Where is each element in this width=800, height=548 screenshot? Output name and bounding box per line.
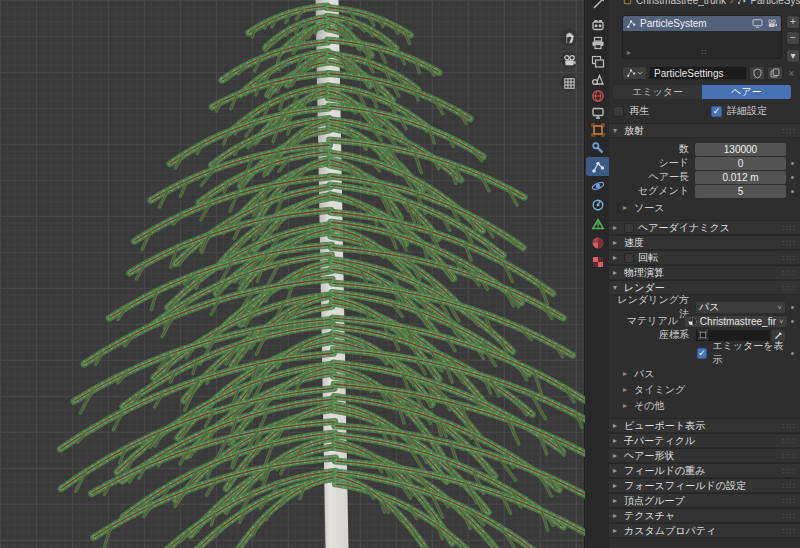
panel-drag-grip[interactable]: ∷∷ [783,481,796,491]
fake-user-shield-button[interactable] [749,66,765,80]
section-field-weights[interactable]: ▸フィールドの重み ∷∷ [609,463,800,478]
tab-particles-icon[interactable] [586,157,609,176]
particle-type-tabs: エミッター ヘアー [613,85,791,99]
section-hair-dynamics[interactable]: ▸ ヘアーダイナミクス ∷∷ [609,220,800,235]
world-icon [591,89,605,103]
material-dropdown[interactable]: Christmastree_fir ˅ [684,315,788,328]
grid-ortho-icon[interactable] [560,74,578,92]
tab-physics-icon[interactable] [586,176,609,195]
particle-system-list-item[interactable]: ParticleSystem [623,16,781,31]
seed-field[interactable]: 0 [695,157,786,170]
section-custom-properties[interactable]: ▸カスタムプロパティ ∷∷ [609,523,800,538]
particle-system-list[interactable]: ParticleSystem ▸ ∷ [622,15,782,59]
unlink-datablock-button[interactable]: × [785,66,798,80]
section-viewport-display[interactable]: ▸ビューポート表示 ∷∷ [609,418,800,433]
expand-arrow-icon: ▾ [613,126,624,135]
duplicate-datablock-button[interactable] [767,66,783,80]
panel-drag-grip[interactable]: ∷∷ [783,451,796,461]
camera-view-icon[interactable] [560,51,578,69]
tab-view-layer-icon[interactable] [586,52,609,71]
section-children[interactable]: ▸子パーティクル ∷∷ [609,433,800,448]
section-vertex-groups[interactable]: ▸頂点グループ ∷∷ [609,493,800,508]
animate-dot-icon[interactable] [791,320,794,323]
hair-length-field[interactable]: 0.012 m [695,171,786,184]
field-seed: シード 0 [609,156,798,170]
list-expand-icon[interactable]: ▸ [627,48,631,57]
chevron-down-icon: ˅ [779,317,784,326]
particles-icon [626,68,636,78]
hair-dynamics-checkbox[interactable] [624,223,634,233]
animate-dot-icon[interactable] [791,190,794,193]
monitor-icon [591,106,605,120]
chevron-down-icon [637,70,643,76]
subsection-timing[interactable]: ▸タイミング [609,383,800,396]
tab-object-icon[interactable] [586,120,609,139]
rotation-checkbox[interactable] [624,253,634,263]
render-visibility-icon[interactable] [767,19,778,28]
render-icon [591,18,605,32]
pan-hand-icon[interactable] [560,28,578,46]
modifier-wrench-icon [591,141,605,155]
number-field[interactable]: 130000 [695,143,786,156]
list-resize-grip[interactable]: ∷ [701,48,706,57]
animate-dot-icon[interactable] [791,176,794,179]
particles-icon [626,19,636,29]
animate-dot-icon[interactable] [791,306,794,309]
segments-field[interactable]: 5 [695,185,786,198]
panel-drag-grip[interactable]: ∷∷ [783,223,796,233]
panel-drag-grip[interactable]: ∷∷ [783,526,796,536]
add-particle-system-button[interactable]: + [786,15,800,29]
animate-dot-icon[interactable] [791,162,794,165]
viewport-nav-gizmos [560,28,578,92]
panel-drag-grip[interactable]: ∷∷ [783,268,796,278]
advanced-checkbox[interactable]: ✓ [711,106,722,117]
panel-drag-grip[interactable]: ∷∷ [783,421,796,431]
animate-dot-icon[interactable] [791,352,794,355]
panel-drag-grip[interactable]: ∷∷ [783,466,796,476]
section-force-field-settings[interactable]: ▸フォースフィールドの設定 ∷∷ [609,478,800,493]
tab-texture-icon[interactable] [586,252,609,271]
section-velocity[interactable]: ▸ 速度 ∷∷ [609,235,800,250]
section-hair-shape[interactable]: ▸ヘアー形状 ∷∷ [609,448,800,463]
panel-drag-grip[interactable]: ∷∷ [783,436,796,446]
section-textures[interactable]: ▸テクスチャ ∷∷ [609,508,800,523]
subsection-path[interactable]: ▸パス [609,367,800,380]
remove-particle-system-button[interactable]: − [786,31,800,45]
object-icon [698,330,708,340]
breadcrumb-object[interactable]: Christmastree_trunk [636,0,726,6]
particle-settings-name-field[interactable]: ParticleSettings [649,66,747,80]
panel-drag-grip[interactable]: ∷∷ [783,511,796,521]
viewport-visibility-icon[interactable] [752,19,763,28]
panel-drag-grip[interactable]: ∷∷ [783,126,796,136]
field-hair-length: ヘアー長 0.012 m [609,170,798,184]
particle-specials-menu-button[interactable]: ▾ [786,49,800,63]
tab-emitter[interactable]: エミッター [613,85,702,99]
panel-drag-grip[interactable]: ∷∷ [783,283,796,293]
show-emitter-checkbox[interactable]: ✓ [697,348,707,359]
subsection-source[interactable]: ▸ソース [609,201,800,214]
breadcrumb-particle-system[interactable]: ParticleSystem [750,0,800,6]
regrow-checkbox[interactable] [613,106,624,117]
3d-viewport[interactable] [0,0,585,548]
tab-modifier-wrench-icon[interactable] [586,138,609,157]
render-as-dropdown[interactable]: パス ˅ [695,301,786,314]
blender-window: Christmastree_trunk › ParticleSystem Par… [0,0,800,548]
panel-drag-grip[interactable]: ∷∷ [783,496,796,506]
tab-render-icon[interactable] [586,15,609,34]
tab-constraints-icon[interactable] [586,195,609,214]
scene-icon [591,73,605,87]
section-rotation[interactable]: ▸ 回転 ∷∷ [609,250,800,265]
tab-output-icon[interactable] [586,33,609,52]
subsection-extra[interactable]: ▸その他 [609,399,800,412]
section-emission[interactable]: ▾ 放射 ∷∷ [609,123,800,138]
tab-tool-icon[interactable] [586,0,609,12]
tab-material-icon[interactable] [586,233,609,252]
panel-drag-grip[interactable]: ∷∷ [783,253,796,263]
panel-drag-grip[interactable]: ∷∷ [783,238,796,248]
tab-hair[interactable]: ヘアー [702,85,791,99]
browse-particle-settings-button[interactable] [622,66,647,80]
physics-icon [591,179,605,193]
constraints-icon [591,198,605,212]
section-physics[interactable]: ▸ 物理演算 ∷∷ [609,265,800,280]
tab-object-data-icon[interactable] [586,214,609,233]
